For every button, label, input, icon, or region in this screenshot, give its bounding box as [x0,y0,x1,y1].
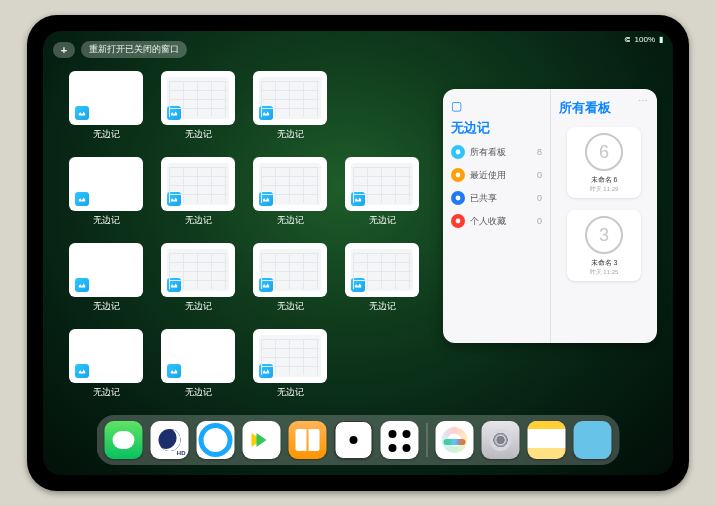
freeform-panel: ▢ 无边记 所有看板8最近使用0已共享0个人收藏0 ⋯ 所有看板 6未命名 6昨… [443,89,657,343]
app-thumbnail [69,329,143,383]
app-label: 无边记 [185,300,212,313]
freeform-mini-icon [75,364,89,378]
app-tile[interactable]: 无边记 [67,157,145,233]
app-thumbnail [161,71,235,125]
app-tile[interactable]: 无边记 [251,329,329,405]
app-label: 无边记 [185,128,212,141]
freeform-mini-icon [75,106,89,120]
freeform-mini-icon [351,192,365,206]
battery-icon: ▮ [659,35,663,44]
notes-icon[interactable] [528,421,566,459]
freeform-icon[interactable] [436,421,474,459]
panel-sidebar: ▢ 无边记 所有看板8最近使用0已共享0个人收藏0 [443,89,551,343]
sidebar-item-label: 已共享 [470,192,532,205]
battery-label: 100% [635,35,655,44]
panel-right-title: 所有看板 [559,99,649,117]
board-card[interactable]: 6未命名 6昨天 11:29 [567,127,641,198]
app-tile[interactable]: 无边记 [251,71,329,147]
app-tile[interactable]: 无边记 [159,243,237,319]
freeform-mini-icon [259,106,273,120]
app-label: 无边记 [277,214,304,227]
app-thumbnail [345,243,419,297]
sidebar-item-count: 0 [537,193,542,203]
freeform-mini-icon [351,278,365,292]
app-label: 无边记 [277,300,304,313]
sidebar-item[interactable]: 最近使用0 [451,168,542,182]
app-tile[interactable]: 无边记 [251,243,329,319]
board-card[interactable]: 3未命名 3昨天 11:25 [567,210,641,281]
app-label: 无边记 [185,386,212,399]
svg-point-0 [456,150,461,155]
freeform-mini-icon [167,192,181,206]
wifi-icon: ⋐ [624,35,631,44]
app-thumbnail [253,157,327,211]
app-tile[interactable]: 无边记 [159,71,237,147]
app-thumbnail [161,243,235,297]
sidebar-item-label: 最近使用 [470,169,532,182]
freeform-mini-icon [259,278,273,292]
category-icon [451,191,465,205]
board-date: 昨天 11:25 [567,268,641,277]
app-label: 无边记 [369,214,396,227]
app-tile[interactable]: 无边记 [67,243,145,319]
board-thumbnail: 6 [585,133,623,171]
sidebar-item-count: 8 [537,147,542,157]
dock-divider [427,423,428,457]
category-icon [451,214,465,228]
browser-navy-icon[interactable]: HD [151,421,189,459]
freeform-mini-icon [259,364,273,378]
app-thumbnail [345,157,419,211]
freeform-mini-icon [75,278,89,292]
app-tile[interactable]: 无边记 [343,157,421,233]
ipad-frame: ⋐ 100% ▮ + 重新打开已关闭的窗口 无边记无边记无边记无边记无边记无边记… [27,15,689,491]
app-tile[interactable]: 无边记 [251,157,329,233]
screen: ⋐ 100% ▮ + 重新打开已关闭的窗口 无边记无边记无边记无边记无边记无边记… [43,31,673,475]
dock: HD [97,415,620,465]
category-icon [451,168,465,182]
more-icon[interactable]: ⋯ [638,95,649,106]
app-tile[interactable]: 无边记 [159,157,237,233]
svg-point-1 [456,173,461,178]
dice-icon[interactable] [335,421,373,459]
settings-icon[interactable] [482,421,520,459]
sidebar-item-count: 0 [537,216,542,226]
sidebar-item-label: 个人收藏 [470,215,532,228]
app-tile[interactable]: 无边记 [343,243,421,319]
sidebar-item[interactable]: 所有看板8 [451,145,542,159]
app-switcher-grid: 无边记无边记无边记无边记无边记无边记无边记无边记无边记无边记无边记无边记无边记无… [67,71,427,405]
app-thumbnail [253,329,327,383]
wechat-icon[interactable] [105,421,143,459]
app-thumbnail [253,71,327,125]
status-bar: ⋐ 100% ▮ [624,35,663,44]
app-tile[interactable]: 无边记 [159,329,237,405]
svg-point-3 [456,219,461,224]
browser-blue-icon[interactable] [197,421,235,459]
app-library-icon[interactable] [574,421,612,459]
app-thumbnail [161,329,235,383]
sidebar-item-label: 所有看板 [470,146,532,159]
books-icon[interactable] [289,421,327,459]
new-window-button[interactable]: + [53,42,75,58]
app-tile[interactable]: 无边记 [67,329,145,405]
app-label: 无边记 [93,128,120,141]
freeform-mini-icon [167,364,181,378]
sidebar-item[interactable]: 个人收藏0 [451,214,542,228]
sidebar-toggle-icon[interactable]: ▢ [451,99,542,113]
app-label: 无边记 [277,386,304,399]
play-store-icon[interactable] [243,421,281,459]
app-tile[interactable]: 无边记 [67,71,145,147]
dots-app-icon[interactable] [381,421,419,459]
board-name: 未命名 6 [567,175,641,185]
freeform-mini-icon [75,192,89,206]
panel-content: ⋯ 所有看板 6未命名 6昨天 11:293未命名 3昨天 11:25 [551,89,657,343]
app-label: 无边记 [185,214,212,227]
panel-left-title: 无边记 [451,119,542,137]
app-thumbnail [253,243,327,297]
reopen-closed-window-button[interactable]: 重新打开已关闭的窗口 [81,41,187,58]
board-date: 昨天 11:29 [567,185,641,194]
sidebar-item[interactable]: 已共享0 [451,191,542,205]
freeform-mini-icon [167,106,181,120]
app-thumbnail [69,157,143,211]
freeform-mini-icon [259,192,273,206]
app-label: 无边记 [369,300,396,313]
